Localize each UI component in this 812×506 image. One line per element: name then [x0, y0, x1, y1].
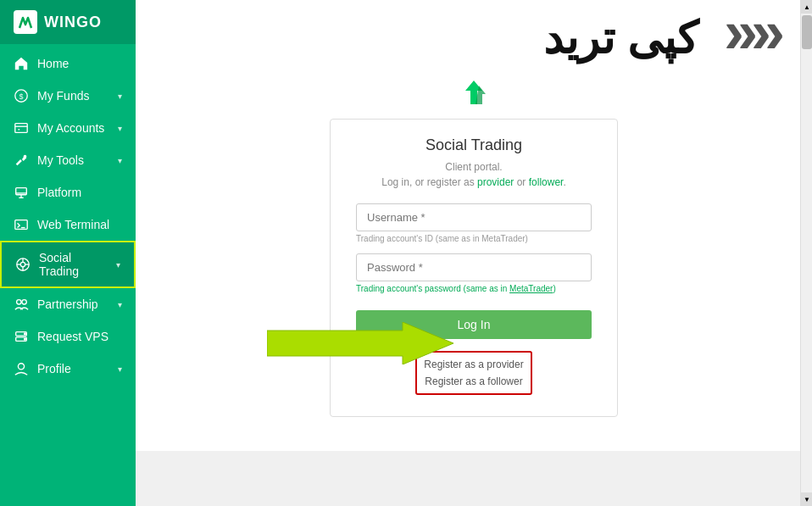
- metatrader-link[interactable]: MetaTrader: [509, 284, 553, 293]
- card-title: Social Trading: [356, 136, 592, 154]
- sidebar: WINGO Home $ My Funds ▾ My Account: [0, 0, 136, 506]
- subtitle-or: or: [514, 176, 528, 188]
- scroll-up-button[interactable]: ▲: [801, 0, 812, 14]
- sidebar-item-label-social-trading: Social Trading: [39, 251, 108, 278]
- main-content: کپی ترید »» Social Trading Client portal…: [136, 0, 812, 506]
- logo-text: WINGO: [44, 14, 102, 31]
- sidebar-item-label-funds: My Funds: [37, 89, 109, 103]
- wingo-logo-icon: [14, 10, 37, 34]
- svg-point-24: [18, 364, 24, 370]
- sidebar-item-label-partnership: Partnership: [37, 297, 109, 311]
- sidebar-item-label-vps: Request VPS: [37, 330, 122, 343]
- follower-link[interactable]: follower: [529, 176, 564, 188]
- password-input[interactable]: [356, 253, 592, 281]
- subtitle-line2-prefix: Log in, or register as: [381, 176, 477, 188]
- sidebar-item-profile[interactable]: Profile ▾: [0, 353, 136, 385]
- chevron-down-icon: ▾: [118, 364, 122, 374]
- chevron-down-icon: ▾: [118, 300, 122, 309]
- svg-point-23: [25, 338, 26, 340]
- social-trading-logo-small: [136, 64, 812, 118]
- provider-link[interactable]: provider: [477, 176, 514, 188]
- register-follower-link[interactable]: Register as a follower: [424, 373, 523, 390]
- sidebar-item-label-profile: Profile: [37, 362, 109, 375]
- platform-icon: [14, 185, 29, 200]
- sidebar-item-web-terminal[interactable]: Web Terminal: [0, 209, 136, 241]
- svg-point-5: [24, 155, 27, 158]
- sidebar-item-my-funds[interactable]: $ My Funds ▾: [0, 80, 136, 112]
- card-subtitle: Client portal. Log in, or register as pr…: [356, 159, 592, 190]
- sidebar-item-platform[interactable]: Platform: [0, 176, 136, 209]
- vps-icon: [14, 329, 29, 344]
- svg-rect-2: [15, 124, 27, 133]
- chevron-down-icon: ▾: [116, 260, 120, 270]
- sidebar-logo[interactable]: WINGO: [0, 0, 136, 44]
- svg-point-18: [17, 300, 21, 304]
- profile-icon: [14, 361, 29, 376]
- scrollbar[interactable]: ▲ ▼: [800, 0, 812, 506]
- funds-icon: $: [14, 88, 29, 103]
- chevron-down-icon: ▾: [118, 124, 122, 133]
- sidebar-item-social-trading[interactable]: Social Trading ▾: [0, 241, 136, 288]
- svg-point-22: [25, 333, 26, 335]
- svg-text:$: $: [19, 92, 23, 101]
- tools-icon: [14, 153, 29, 168]
- sidebar-item-label-tools: My Tools: [37, 153, 109, 167]
- chevron-down-icon: ▾: [118, 156, 122, 165]
- username-group: Trading account's ID (same as in MetaTra…: [356, 203, 592, 243]
- arrow-annotation: [267, 322, 453, 368]
- sidebar-item-label-platform: Platform: [37, 186, 122, 199]
- home-icon: [14, 56, 29, 71]
- subtitle-period: .: [563, 176, 565, 188]
- sidebar-item-label-accounts: My Accounts: [37, 121, 109, 135]
- terminal-icon: [14, 217, 29, 232]
- arabic-heading: کپی ترید: [543, 13, 698, 64]
- login-card: Social Trading Client portal. Log in, or…: [330, 119, 618, 417]
- partnership-icon: [14, 297, 29, 312]
- svg-point-19: [22, 300, 26, 304]
- password-group: Trading account's password (same as in M…: [356, 253, 592, 293]
- sidebar-navigation: Home $ My Funds ▾ My Accounts ▾: [0, 44, 136, 506]
- password-hint: Trading account's password (same as in M…: [356, 284, 592, 293]
- password-hint-suffix: ): [553, 284, 555, 293]
- subtitle-line1: Client portal.: [445, 161, 502, 173]
- username-hint: Trading account's ID (same as in MetaTra…: [356, 234, 592, 243]
- accounts-icon: [14, 120, 29, 136]
- header-area: کپی ترید »»: [136, 0, 812, 119]
- chevron-down-icon: ▾: [118, 92, 122, 101]
- sidebar-item-label-home: Home: [37, 57, 122, 70]
- double-chevron-decoration: »»: [724, 4, 778, 59]
- svg-point-13: [20, 262, 25, 266]
- sidebar-item-my-tools[interactable]: My Tools ▾: [0, 144, 136, 176]
- svg-marker-27: [267, 322, 453, 364]
- scroll-down-button[interactable]: ▼: [801, 492, 812, 506]
- scrollbar-thumb[interactable]: [802, 15, 812, 49]
- sidebar-item-partnership[interactable]: Partnership ▾: [0, 288, 136, 320]
- sidebar-item-my-accounts[interactable]: My Accounts ▾: [0, 112, 136, 144]
- social-trading-icon: [15, 257, 31, 272]
- sidebar-item-request-vps[interactable]: Request VPS: [0, 320, 136, 353]
- username-input[interactable]: [356, 203, 592, 231]
- sidebar-item-home[interactable]: Home: [0, 47, 136, 80]
- sidebar-item-label-web-terminal: Web Terminal: [37, 218, 122, 231]
- password-hint-prefix: Trading account's password (same as in: [356, 284, 509, 293]
